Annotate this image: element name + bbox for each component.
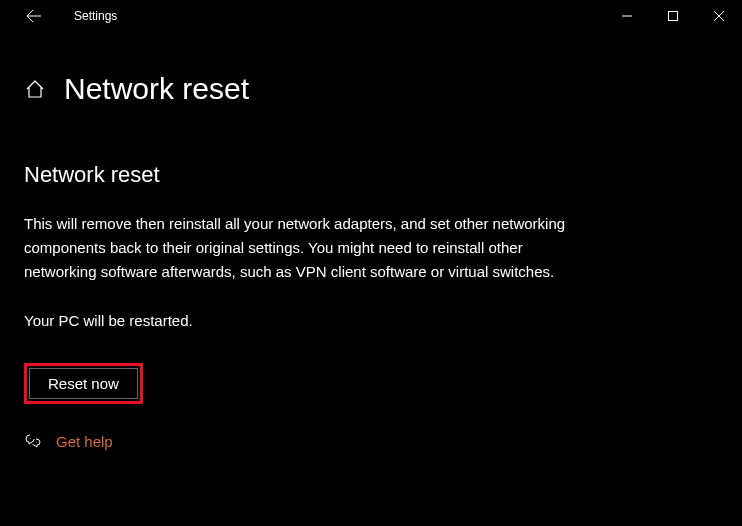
minimize-button[interactable] <box>604 0 650 32</box>
svg-rect-1 <box>669 12 678 21</box>
titlebar: Settings <box>0 0 742 32</box>
minimize-icon <box>622 11 632 21</box>
svg-point-4 <box>30 438 31 439</box>
content-area: Network reset Network reset This will re… <box>0 32 742 450</box>
close-button[interactable] <box>696 0 742 32</box>
maximize-icon <box>668 11 678 21</box>
get-help-link[interactable]: Get help <box>56 433 113 450</box>
description-text: This will remove then reinstall all your… <box>24 212 584 284</box>
page-header: Network reset <box>24 72 718 106</box>
window-title: Settings <box>74 9 117 23</box>
close-icon <box>714 11 724 21</box>
titlebar-left: Settings <box>0 0 117 32</box>
reset-now-button[interactable]: Reset now <box>29 368 138 399</box>
home-icon <box>24 78 46 100</box>
page-title: Network reset <box>64 72 249 106</box>
svg-point-5 <box>36 442 37 443</box>
reset-button-highlight: Reset now <box>24 363 143 404</box>
help-icon <box>24 432 42 450</box>
arrow-left-icon <box>26 8 42 24</box>
back-button[interactable] <box>18 0 50 32</box>
restart-notice: Your PC will be restarted. <box>24 312 718 329</box>
window-controls <box>604 0 742 32</box>
maximize-button[interactable] <box>650 0 696 32</box>
help-row: Get help <box>24 432 718 450</box>
section-heading: Network reset <box>24 162 718 188</box>
